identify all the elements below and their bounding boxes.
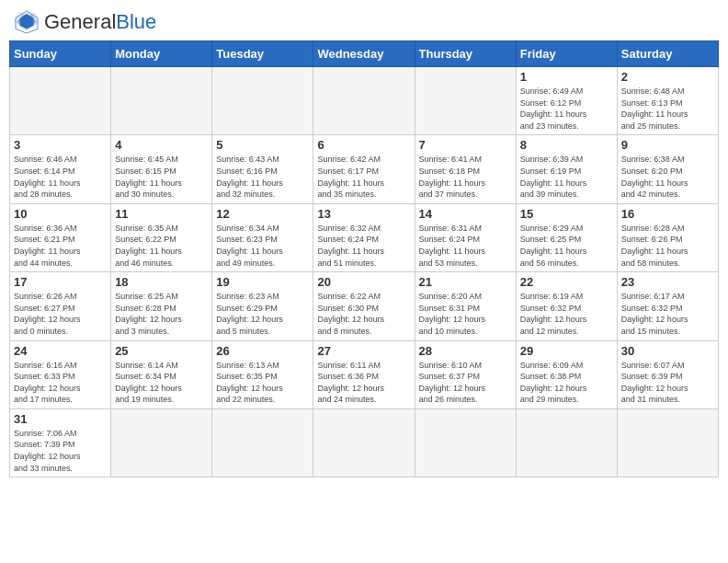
calendar-day: 7Sunrise: 6:41 AM Sunset: 6:18 PM Daylig…	[415, 135, 516, 203]
day-number: 29	[520, 344, 613, 358]
calendar-day: 19Sunrise: 6:23 AM Sunset: 6:29 PM Dayli…	[212, 272, 313, 340]
logo-icon	[13, 9, 40, 35]
calendar-day: 11Sunrise: 6:35 AM Sunset: 6:22 PM Dayli…	[111, 203, 212, 271]
day-number: 1	[520, 70, 613, 84]
calendar-day: 28Sunrise: 6:10 AM Sunset: 6:37 PM Dayli…	[415, 340, 516, 408]
day-info: Sunrise: 6:11 AM Sunset: 6:36 PM Dayligh…	[317, 360, 410, 406]
day-info: Sunrise: 6:35 AM Sunset: 6:22 PM Dayligh…	[115, 223, 208, 269]
calendar-day: 5Sunrise: 6:43 AM Sunset: 6:16 PM Daylig…	[212, 135, 313, 203]
day-info: Sunrise: 6:34 AM Sunset: 6:23 PM Dayligh…	[216, 223, 309, 269]
day-number: 22	[520, 275, 613, 289]
day-info: Sunrise: 6:20 AM Sunset: 6:31 PM Dayligh…	[419, 291, 512, 337]
calendar-day: 31Sunrise: 7:06 AM Sunset: 7:39 PM Dayli…	[10, 408, 111, 477]
logo-text: GeneralBlue	[44, 12, 156, 32]
calendar-day	[516, 408, 617, 477]
calendar-day: 6Sunrise: 6:42 AM Sunset: 6:17 PM Daylig…	[313, 135, 415, 203]
calendar-day	[212, 67, 313, 135]
day-number: 26	[216, 344, 309, 358]
day-info: Sunrise: 6:43 AM Sunset: 6:16 PM Dayligh…	[216, 154, 309, 200]
day-number: 3	[14, 138, 107, 152]
day-number: 7	[419, 138, 512, 152]
day-of-week-wednesday: Wednesday	[313, 41, 415, 67]
day-number: 12	[216, 207, 309, 221]
calendar-day: 3Sunrise: 6:46 AM Sunset: 6:14 PM Daylig…	[10, 135, 111, 203]
calendar-day: 29Sunrise: 6:09 AM Sunset: 6:38 PM Dayli…	[516, 340, 617, 408]
day-number: 8	[520, 138, 613, 152]
calendar-day	[10, 67, 111, 135]
day-number: 24	[14, 344, 107, 358]
day-info: Sunrise: 6:28 AM Sunset: 6:26 PM Dayligh…	[621, 223, 714, 269]
calendar-day: 13Sunrise: 6:32 AM Sunset: 6:24 PM Dayli…	[313, 203, 415, 271]
calendar-day	[111, 408, 212, 477]
day-info: Sunrise: 6:38 AM Sunset: 6:20 PM Dayligh…	[621, 154, 714, 200]
day-number: 9	[621, 138, 714, 152]
calendar-week-1: 1Sunrise: 6:49 AM Sunset: 6:12 PM Daylig…	[10, 67, 719, 135]
calendar-day: 27Sunrise: 6:11 AM Sunset: 6:36 PM Dayli…	[313, 340, 415, 408]
day-number: 20	[317, 275, 410, 289]
day-info: Sunrise: 6:22 AM Sunset: 6:30 PM Dayligh…	[317, 291, 410, 337]
day-info: Sunrise: 6:19 AM Sunset: 6:32 PM Dayligh…	[520, 291, 613, 337]
calendar-day: 25Sunrise: 6:14 AM Sunset: 6:34 PM Dayli…	[111, 340, 212, 408]
day-info: Sunrise: 6:48 AM Sunset: 6:13 PM Dayligh…	[621, 86, 714, 132]
calendar-day	[212, 408, 313, 477]
day-info: Sunrise: 6:10 AM Sunset: 6:37 PM Dayligh…	[419, 360, 512, 406]
day-number: 19	[216, 275, 309, 289]
day-info: Sunrise: 6:39 AM Sunset: 6:19 PM Dayligh…	[520, 154, 613, 200]
day-number: 27	[317, 344, 410, 358]
day-info: Sunrise: 6:32 AM Sunset: 6:24 PM Dayligh…	[317, 223, 410, 269]
day-info: Sunrise: 7:06 AM Sunset: 7:39 PM Dayligh…	[14, 428, 107, 474]
day-number: 5	[216, 138, 309, 152]
day-number: 18	[115, 275, 208, 289]
day-number: 17	[14, 275, 107, 289]
calendar-day	[313, 408, 415, 477]
calendar-day	[415, 408, 516, 477]
day-info: Sunrise: 6:29 AM Sunset: 6:25 PM Dayligh…	[520, 223, 613, 269]
calendar-day: 16Sunrise: 6:28 AM Sunset: 6:26 PM Dayli…	[617, 203, 718, 271]
calendar-day: 8Sunrise: 6:39 AM Sunset: 6:19 PM Daylig…	[516, 135, 617, 203]
day-info: Sunrise: 6:17 AM Sunset: 6:32 PM Dayligh…	[621, 291, 714, 337]
day-info: Sunrise: 6:45 AM Sunset: 6:15 PM Dayligh…	[115, 154, 208, 200]
day-info: Sunrise: 6:36 AM Sunset: 6:21 PM Dayligh…	[14, 223, 107, 269]
day-number: 6	[317, 138, 410, 152]
calendar-table: SundayMondayTuesdayWednesdayThursdayFrid…	[9, 40, 719, 477]
day-number: 28	[419, 344, 512, 358]
logo: GeneralBlue	[13, 9, 156, 35]
day-of-week-thursday: Thursday	[415, 41, 516, 67]
day-info: Sunrise: 6:23 AM Sunset: 6:29 PM Dayligh…	[216, 291, 309, 337]
day-of-week-sunday: Sunday	[10, 41, 111, 67]
day-info: Sunrise: 6:09 AM Sunset: 6:38 PM Dayligh…	[520, 360, 613, 406]
day-info: Sunrise: 6:07 AM Sunset: 6:39 PM Dayligh…	[621, 360, 714, 406]
calendar-day: 9Sunrise: 6:38 AM Sunset: 6:20 PM Daylig…	[617, 135, 718, 203]
calendar-day: 20Sunrise: 6:22 AM Sunset: 6:30 PM Dayli…	[313, 272, 415, 340]
calendar-day: 24Sunrise: 6:16 AM Sunset: 6:33 PM Dayli…	[10, 340, 111, 408]
calendar-week-3: 10Sunrise: 6:36 AM Sunset: 6:21 PM Dayli…	[10, 203, 719, 271]
day-info: Sunrise: 6:16 AM Sunset: 6:33 PM Dayligh…	[14, 360, 107, 406]
calendar-day: 12Sunrise: 6:34 AM Sunset: 6:23 PM Dayli…	[212, 203, 313, 271]
calendar-day: 14Sunrise: 6:31 AM Sunset: 6:24 PM Dayli…	[415, 203, 516, 271]
calendar-day	[111, 67, 212, 135]
day-of-week-friday: Friday	[516, 41, 617, 67]
day-info: Sunrise: 6:41 AM Sunset: 6:18 PM Dayligh…	[419, 154, 512, 200]
day-info: Sunrise: 6:13 AM Sunset: 6:35 PM Dayligh…	[216, 360, 309, 406]
day-number: 13	[317, 207, 410, 221]
day-info: Sunrise: 6:25 AM Sunset: 6:28 PM Dayligh…	[115, 291, 208, 337]
day-of-week-tuesday: Tuesday	[212, 41, 313, 67]
day-info: Sunrise: 6:49 AM Sunset: 6:12 PM Dayligh…	[520, 86, 613, 132]
day-number: 14	[419, 207, 512, 221]
calendar-day: 22Sunrise: 6:19 AM Sunset: 6:32 PM Dayli…	[516, 272, 617, 340]
calendar-day: 30Sunrise: 6:07 AM Sunset: 6:39 PM Dayli…	[617, 340, 718, 408]
day-number: 23	[621, 275, 714, 289]
day-number: 31	[14, 412, 107, 426]
day-number: 10	[14, 207, 107, 221]
calendar-day: 21Sunrise: 6:20 AM Sunset: 6:31 PM Dayli…	[415, 272, 516, 340]
day-number: 4	[115, 138, 208, 152]
day-number: 11	[115, 207, 208, 221]
day-number: 16	[621, 207, 714, 221]
calendar-day: 23Sunrise: 6:17 AM Sunset: 6:32 PM Dayli…	[617, 272, 718, 340]
day-info: Sunrise: 6:31 AM Sunset: 6:24 PM Dayligh…	[419, 223, 512, 269]
calendar-day	[617, 408, 718, 477]
calendar-week-6: 31Sunrise: 7:06 AM Sunset: 7:39 PM Dayli…	[10, 408, 719, 477]
calendar-week-5: 24Sunrise: 6:16 AM Sunset: 6:33 PM Dayli…	[10, 340, 719, 408]
calendar-day: 18Sunrise: 6:25 AM Sunset: 6:28 PM Dayli…	[111, 272, 212, 340]
calendar-week-2: 3Sunrise: 6:46 AM Sunset: 6:14 PM Daylig…	[10, 135, 719, 203]
